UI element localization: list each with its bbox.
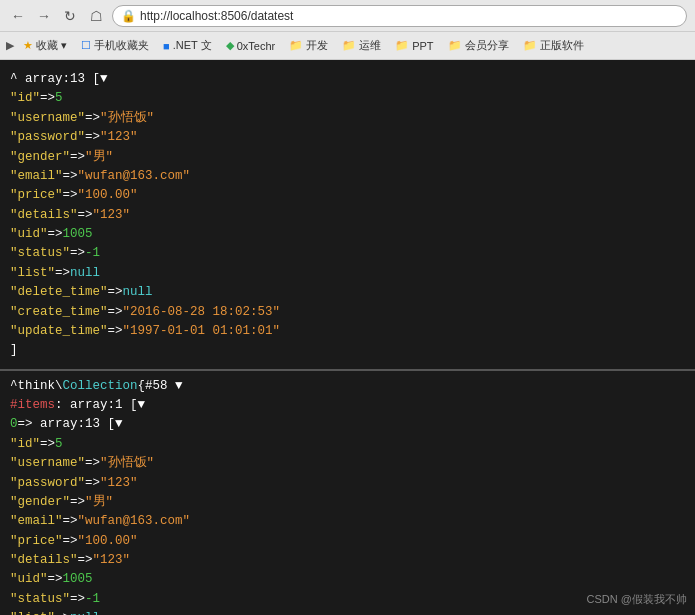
bookmark-membership[interactable]: 📁 会员分享	[443, 36, 514, 55]
section2-items-label: #items : array:1 [▼	[10, 396, 685, 415]
section1-footer: ]	[10, 341, 685, 360]
forward-button[interactable]: →	[34, 6, 54, 26]
code-line: "id" => 5	[10, 89, 685, 108]
address-bar[interactable]: 🔒 http://localhost:8506/datatest	[112, 5, 687, 27]
collection-section: ^ think\ Collection {#58 ▼ #items : arra…	[0, 371, 695, 615]
code-line: "gender" => "男"	[10, 493, 685, 512]
code-line: "status" => -1	[10, 590, 685, 609]
folder-ops-icon: 📁	[342, 39, 356, 52]
bookmark-ppt[interactable]: 📁 PPT	[390, 37, 438, 54]
home-button[interactable]: ☖	[86, 6, 106, 26]
star-icon: ★	[23, 39, 33, 52]
watermark: CSDN @假装我不帅	[587, 592, 687, 607]
section2-lines: "id" => 5"username" => "孙悟饭""password" =…	[10, 435, 685, 615]
folder-software-icon: 📁	[523, 39, 537, 52]
bookmark-dotnet[interactable]: ■ .NET 文	[158, 36, 217, 55]
code-line: "username" => "孙悟饭"	[10, 109, 685, 128]
code-line: "password" => "123"	[10, 474, 685, 493]
array-section: ^ array:13 [▼ "id" => 5"username" => "孙悟…	[0, 64, 695, 371]
folder-ppt-icon: 📁	[395, 39, 409, 52]
folder-dev-icon: 📁	[289, 39, 303, 52]
browser-titlebar: ← → ↻ ☖ 🔒 http://localhost:8506/datatest	[0, 0, 695, 32]
folder-member-icon: 📁	[448, 39, 462, 52]
code-line: "price" => "100.00"	[10, 186, 685, 205]
section1-lines: "id" => 5"username" => "孙悟饭""password" =…	[10, 89, 685, 341]
code-line: "uid" => 1005	[10, 570, 685, 589]
code-line: "username" => "孙悟饭"	[10, 454, 685, 473]
reload-button[interactable]: ↻	[60, 6, 80, 26]
code-line: "details" => "123"	[10, 551, 685, 570]
section2-index-label: 0 => array:13 [▼	[10, 415, 685, 434]
bookmark-ops[interactable]: 📁 运维	[337, 36, 386, 55]
mobile-icon: ☐	[81, 39, 91, 52]
tech-icon: ◆	[226, 39, 234, 52]
bookmarks-bar: ▶ ★ 收藏 ▾ ☐ 手机收藏夹 ■ .NET 文 ◆ 0xTechr 📁 开发…	[0, 32, 695, 60]
code-line: "update_time" => "1997-01-01 01:01:01"	[10, 322, 685, 341]
code-line: "gender" => "男"	[10, 148, 685, 167]
bookmark-dev[interactable]: 📁 开发	[284, 36, 333, 55]
code-line: "password" => "123"	[10, 128, 685, 147]
code-line: "list" => null	[10, 609, 685, 615]
lock-icon: 🔒	[121, 9, 136, 23]
url-text: http://localhost:8506/datatest	[140, 9, 293, 23]
dotnet-icon: ■	[163, 40, 170, 52]
bookmark-0xtech[interactable]: ◆ 0xTechr	[221, 37, 281, 54]
code-line: "list" => null	[10, 264, 685, 283]
code-line: "create_time" => "2016-08-28 18:02:53"	[10, 303, 685, 322]
code-line: "price" => "100.00"	[10, 532, 685, 551]
section1-header: ^ array:13 [▼	[10, 70, 685, 89]
code-line: "id" => 5	[10, 435, 685, 454]
content-area: ^ array:13 [▼ "id" => 5"username" => "孙悟…	[0, 60, 695, 615]
code-line: "delete_time" => null	[10, 283, 685, 302]
bookmark-mobile[interactable]: ☐ 手机收藏夹	[76, 36, 154, 55]
code-line: "email" => "wufan@163.com"	[10, 167, 685, 186]
code-line: "email" => "wufan@163.com"	[10, 512, 685, 531]
section2-header: ^ think\ Collection {#58 ▼	[10, 377, 685, 396]
code-line: "status" => -1	[10, 244, 685, 263]
code-line: "uid" => 1005	[10, 225, 685, 244]
bookmark-software[interactable]: 📁 正版软件	[518, 36, 589, 55]
back-button[interactable]: ←	[8, 6, 28, 26]
bookmarks-label: ▶	[6, 39, 14, 52]
bookmark-collections[interactable]: ★ 收藏 ▾	[18, 36, 72, 55]
code-line: "details" => "123"	[10, 206, 685, 225]
